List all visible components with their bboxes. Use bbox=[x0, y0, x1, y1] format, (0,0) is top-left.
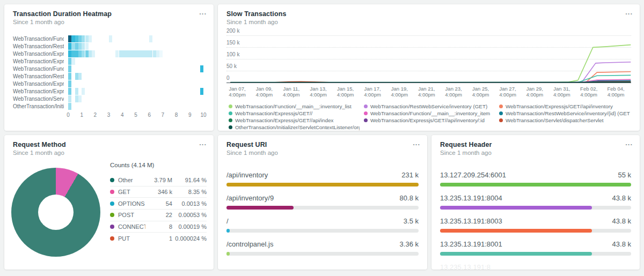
legend-dot-icon bbox=[499, 118, 503, 122]
method-count: 54 bbox=[145, 200, 172, 207]
bar-row-header: 13.127.209.254:600155 k bbox=[440, 170, 631, 180]
bar-fill bbox=[226, 206, 294, 210]
x-tick-date: Jan 25, bbox=[472, 86, 489, 92]
x-tick-date: Jan 15, bbox=[337, 86, 354, 92]
panel-request-method: Request Method Since 1 month ago ... Cou… bbox=[4, 135, 214, 270]
panel-menu-button[interactable]: ... bbox=[199, 138, 207, 148]
legend-label: WebTransaction/Expressjs/GET//api/invent… bbox=[370, 117, 485, 124]
legend-label: WebTransaction/Function/__main__:invento… bbox=[235, 103, 352, 110]
heatmap-cell bbox=[85, 43, 89, 50]
legend-item[interactable]: WebTransaction/Expressjs/GET//api/invent… bbox=[364, 117, 495, 124]
count-row[interactable]: Other3.79 M91.64 % bbox=[110, 174, 207, 186]
count-row[interactable]: POST220.00053 % bbox=[110, 209, 207, 221]
legend-label: WebTransaction/Expressjs/GET// bbox=[235, 110, 312, 117]
heatmap-row-cells bbox=[68, 88, 205, 95]
legend-item[interactable]: OtherTransaction/Initializer/ServletCont… bbox=[229, 124, 360, 131]
heatmap-row-label: WebTransaction/RestW... bbox=[13, 43, 64, 49]
bar-track bbox=[440, 183, 631, 187]
heatmap-row: WebTransaction/RestW... bbox=[13, 72, 205, 80]
legend-item[interactable]: WebTransaction/Expressjs/GET//api/invent… bbox=[499, 103, 630, 110]
heatmap-row-cells bbox=[68, 80, 205, 87]
bar-row: 13.235.13.191:800343.8 k bbox=[440, 217, 631, 233]
legend-label: WebTransaction/RestWebService/inventory/… bbox=[506, 110, 630, 117]
panel-menu-button[interactable]: ... bbox=[625, 138, 633, 148]
legend-label: WebTransaction/Servlet/dispatcherServlet bbox=[506, 117, 603, 124]
x-tick-time: 4:00pm bbox=[580, 92, 597, 98]
counts-table: Counts (4.14 M) Other3.79 M91.64 %GET346… bbox=[110, 162, 207, 244]
bar-track bbox=[440, 206, 631, 210]
heatmap-row-cells bbox=[68, 43, 205, 50]
bar-fill bbox=[440, 229, 592, 233]
count-row[interactable]: CONNECT80.00019 % bbox=[110, 221, 207, 233]
heatmap-row-cells bbox=[68, 103, 205, 110]
legend-item[interactable]: WebTransaction/Function/__main__:invento… bbox=[364, 110, 495, 117]
x-tick-date: Jan 31, bbox=[553, 86, 570, 92]
heatmap-row-label: WebTransaction/Expre... bbox=[13, 58, 64, 64]
method-label: POST bbox=[118, 212, 145, 218]
bar-row: 13.235.13.191:800443.8 k bbox=[440, 193, 631, 210]
heatmap-row: WebTransaction/Expre... bbox=[13, 87, 205, 95]
panel-menu-button[interactable]: ... bbox=[413, 138, 420, 148]
legend-item[interactable]: WebTransaction/RestWebService/inventory … bbox=[364, 103, 495, 110]
bar-row-header: 13.235.13.191:800343.8 k bbox=[440, 217, 631, 226]
bar-label: /api/inventory bbox=[226, 170, 268, 180]
x-tick-date: Feb 02, bbox=[580, 86, 597, 92]
panel-title: Request URI bbox=[226, 141, 419, 148]
method-count: 22 bbox=[145, 212, 172, 218]
legend-item[interactable]: WebTransaction/Expressjs/GET// bbox=[229, 110, 360, 117]
legend-column: WebTransaction/Expressjs/GET//api/invent… bbox=[499, 103, 634, 131]
x-tick-time: 4:00pm bbox=[310, 92, 327, 98]
heatmap-row-label: WebTransaction/Servle... bbox=[13, 96, 64, 102]
panel-header: Request Header Since 1 month ago bbox=[431, 135, 640, 156]
method-count: 8 bbox=[145, 223, 172, 230]
method-dot-icon bbox=[110, 213, 114, 217]
legend-dot-icon bbox=[499, 105, 503, 108]
legend-dot-icon bbox=[229, 111, 232, 115]
x-tick-time: 4:00pm bbox=[229, 92, 246, 98]
legend-dot-icon bbox=[364, 105, 368, 108]
bar-row-header: /api/inventory/980.8 k bbox=[226, 193, 419, 203]
legend-item[interactable]: WebTransaction/RestWebService/inventory/… bbox=[499, 110, 630, 117]
heatmap-row-cells bbox=[68, 35, 205, 42]
method-percent: 8.35 % bbox=[172, 189, 207, 195]
heatmap-cell bbox=[78, 73, 82, 80]
legend-column: WebTransaction/Function/__main__:invento… bbox=[229, 103, 364, 131]
legend-item[interactable]: WebTransaction/Servlet/dispatcherServlet bbox=[499, 117, 630, 124]
panel-menu-button[interactable]: ... bbox=[625, 8, 633, 17]
x-tick-time: 4:00pm bbox=[256, 92, 273, 98]
heatmap-cell bbox=[200, 88, 203, 95]
bar-row-header: 13.235.13.191:8 bbox=[440, 263, 631, 270]
x-tick-time: 4:00pm bbox=[607, 92, 624, 98]
panel-menu-button[interactable]: ... bbox=[199, 8, 207, 17]
heatmap-row: WebTransaction/Functi... bbox=[13, 65, 205, 72]
count-row[interactable]: GET346 k8.35 % bbox=[110, 186, 207, 198]
legend-dot-icon bbox=[229, 125, 232, 129]
bar-list: 13.127.209.254:600155 k13.235.13.191:800… bbox=[440, 170, 631, 270]
panel-title: Request Method bbox=[13, 141, 205, 148]
x-axis-tick-label: Jan 15,4:00pm bbox=[337, 86, 354, 98]
heatmap-cell bbox=[71, 58, 75, 65]
heatmap-row: WebTransaction/Servle... bbox=[13, 95, 205, 102]
x-axis-tick-label: Jan 29,4:00pm bbox=[526, 86, 544, 98]
heatmap-cell bbox=[89, 35, 92, 42]
heatmap-cell bbox=[109, 35, 112, 42]
panel-title: Slow Transactions bbox=[226, 10, 631, 18]
heatmap-row-cells bbox=[68, 65, 205, 72]
panel-transaction-duration-heatmap: Transaction Duration Heatmap Since 1 mon… bbox=[4, 4, 214, 131]
method-count: 346 k bbox=[145, 189, 172, 195]
legend-dot-icon bbox=[364, 111, 368, 115]
count-row[interactable]: OPTIONS540.0013 % bbox=[110, 197, 207, 209]
heatmap-x-tick: 7 bbox=[162, 112, 165, 118]
legend-item[interactable]: WebTransaction/Expressjs/GET//api/index bbox=[229, 117, 360, 124]
method-dot-icon bbox=[110, 225, 114, 229]
legend-dot-icon bbox=[229, 105, 232, 108]
count-row[interactable]: PUT10.000024 % bbox=[110, 232, 207, 244]
heatmap-x-tick: 10 bbox=[200, 112, 206, 118]
line-chart-area: 200 k150 k100 k50 k0 bbox=[226, 29, 631, 85]
heatmap-x-tick: 9 bbox=[188, 112, 192, 118]
heatmap-row-cells bbox=[68, 95, 205, 102]
legend-item[interactable]: WebTransaction/Function/__main__:invento… bbox=[229, 103, 360, 110]
bar-list: /api/inventory231 k/api/inventory/980.8 … bbox=[226, 170, 419, 263]
heatmap-row: WebTransaction/Expre... bbox=[13, 80, 205, 87]
x-tick-date: Jan 09, bbox=[256, 86, 273, 92]
